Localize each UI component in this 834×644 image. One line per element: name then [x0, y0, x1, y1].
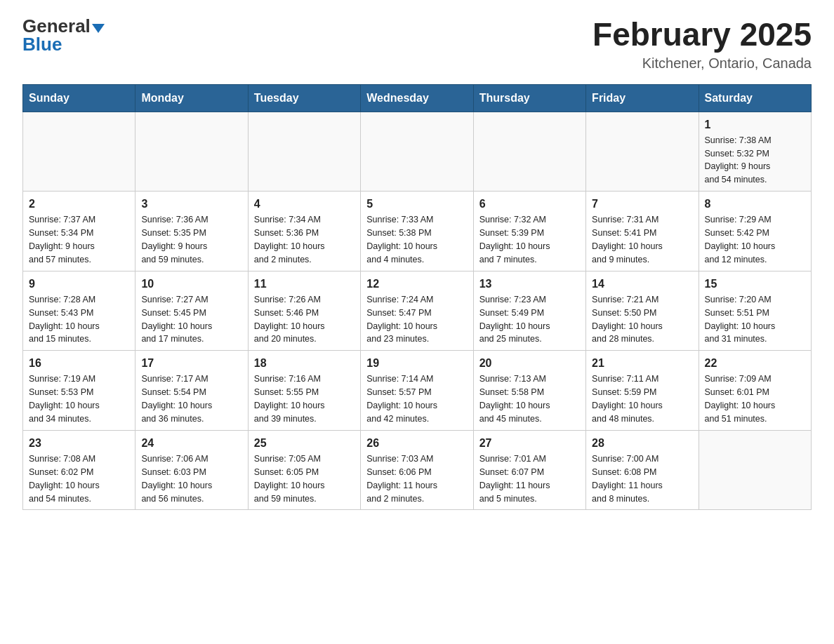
calendar-cell: [361, 112, 473, 192]
day-info: Sunrise: 7:31 AM Sunset: 5:41 PM Dayligh…: [592, 215, 663, 264]
day-info: Sunrise: 7:26 AM Sunset: 5:46 PM Dayligh…: [254, 295, 325, 344]
day-number: 25: [254, 435, 355, 451]
calendar-cell: 4Sunrise: 7:34 AM Sunset: 5:36 PM Daylig…: [248, 192, 360, 271]
calendar-cell: 16Sunrise: 7:19 AM Sunset: 5:53 PM Dayli…: [23, 351, 135, 431]
day-number: 2: [29, 196, 129, 212]
calendar-cell: 2Sunrise: 7:37 AM Sunset: 5:34 PM Daylig…: [23, 192, 135, 271]
day-info: Sunrise: 7:36 AM Sunset: 5:35 PM Dayligh…: [141, 215, 208, 264]
calendar-cell: 20Sunrise: 7:13 AM Sunset: 5:58 PM Dayli…: [473, 351, 585, 431]
calendar-cell: 14Sunrise: 7:21 AM Sunset: 5:50 PM Dayli…: [586, 271, 699, 351]
calendar-week-row: 9Sunrise: 7:28 AM Sunset: 5:43 PM Daylig…: [23, 271, 812, 351]
day-number: 9: [29, 276, 129, 292]
day-number: 28: [592, 435, 692, 451]
day-number: 24: [141, 435, 241, 451]
day-number: 3: [141, 196, 241, 212]
calendar-header-row: SundayMondayTuesdayWednesdayThursdayFrid…: [23, 84, 812, 112]
calendar-cell: 24Sunrise: 7:06 AM Sunset: 6:03 PM Dayli…: [135, 430, 248, 510]
day-info: Sunrise: 7:19 AM Sunset: 5:53 PM Dayligh…: [29, 374, 100, 424]
day-info: Sunrise: 7:13 AM Sunset: 5:58 PM Dayligh…: [479, 374, 550, 424]
day-info: Sunrise: 7:28 AM Sunset: 5:43 PM Dayligh…: [29, 295, 100, 344]
weekday-header-friday: Friday: [586, 84, 699, 112]
calendar-cell: 22Sunrise: 7:09 AM Sunset: 6:01 PM Dayli…: [699, 351, 811, 431]
calendar-cell: 11Sunrise: 7:26 AM Sunset: 5:46 PM Dayli…: [248, 271, 360, 351]
day-info: Sunrise: 7:00 AM Sunset: 6:08 PM Dayligh…: [592, 454, 663, 504]
day-info: Sunrise: 7:21 AM Sunset: 5:50 PM Dayligh…: [592, 295, 663, 344]
weekday-header-wednesday: Wednesday: [361, 84, 473, 112]
logo-blue-text: Blue: [22, 35, 62, 53]
calendar-cell: [586, 112, 699, 192]
day-number: 21: [592, 355, 692, 371]
day-number: 8: [705, 196, 805, 212]
day-info: Sunrise: 7:01 AM Sunset: 6:07 PM Dayligh…: [479, 454, 550, 504]
day-info: Sunrise: 7:09 AM Sunset: 6:01 PM Dayligh…: [705, 374, 776, 424]
day-number: 11: [254, 276, 355, 292]
day-info: Sunrise: 7:38 AM Sunset: 5:32 PM Dayligh…: [705, 135, 772, 185]
calendar-cell: [248, 112, 360, 192]
weekday-header-sunday: Sunday: [23, 84, 135, 112]
day-info: Sunrise: 7:03 AM Sunset: 6:06 PM Dayligh…: [366, 454, 437, 504]
day-info: Sunrise: 7:17 AM Sunset: 5:54 PM Dayligh…: [141, 374, 212, 424]
calendar-cell: [699, 430, 811, 510]
calendar-week-row: 23Sunrise: 7:08 AM Sunset: 6:02 PM Dayli…: [23, 430, 812, 510]
day-info: Sunrise: 7:27 AM Sunset: 5:45 PM Dayligh…: [141, 295, 212, 344]
page-header: General Blue February 2025 Kitchener, On…: [22, 17, 812, 72]
logo: General Blue: [22, 17, 105, 53]
calendar-cell: 13Sunrise: 7:23 AM Sunset: 5:49 PM Dayli…: [473, 271, 585, 351]
day-info: Sunrise: 7:08 AM Sunset: 6:02 PM Dayligh…: [29, 454, 100, 504]
calendar-cell: 8Sunrise: 7:29 AM Sunset: 5:42 PM Daylig…: [699, 192, 811, 271]
calendar-cell: [23, 112, 135, 192]
day-info: Sunrise: 7:16 AM Sunset: 5:55 PM Dayligh…: [254, 374, 325, 424]
weekday-header-tuesday: Tuesday: [248, 84, 360, 112]
day-number: 14: [592, 276, 692, 292]
day-number: 13: [479, 276, 580, 292]
day-info: Sunrise: 7:32 AM Sunset: 5:39 PM Dayligh…: [479, 215, 550, 264]
calendar-table: SundayMondayTuesdayWednesdayThursdayFrid…: [22, 84, 812, 511]
day-number: 23: [29, 435, 129, 451]
calendar-cell: 3Sunrise: 7:36 AM Sunset: 5:35 PM Daylig…: [135, 192, 248, 271]
calendar-week-row: 16Sunrise: 7:19 AM Sunset: 5:53 PM Dayli…: [23, 351, 812, 431]
calendar-cell: 9Sunrise: 7:28 AM Sunset: 5:43 PM Daylig…: [23, 271, 135, 351]
day-number: 22: [705, 355, 805, 371]
day-info: Sunrise: 7:29 AM Sunset: 5:42 PM Dayligh…: [705, 215, 776, 264]
day-number: 17: [141, 355, 241, 371]
calendar-cell: 10Sunrise: 7:27 AM Sunset: 5:45 PM Dayli…: [135, 271, 248, 351]
calendar-cell: 6Sunrise: 7:32 AM Sunset: 5:39 PM Daylig…: [473, 192, 585, 271]
day-number: 26: [366, 435, 467, 451]
calendar-cell: [135, 112, 248, 192]
title-block: February 2025 Kitchener, Ontario, Canada: [593, 17, 812, 72]
day-info: Sunrise: 7:14 AM Sunset: 5:57 PM Dayligh…: [366, 374, 437, 424]
day-number: 16: [29, 355, 129, 371]
day-number: 10: [141, 276, 241, 292]
day-info: Sunrise: 7:34 AM Sunset: 5:36 PM Dayligh…: [254, 215, 325, 264]
calendar-week-row: 2Sunrise: 7:37 AM Sunset: 5:34 PM Daylig…: [23, 192, 812, 271]
weekday-header-monday: Monday: [135, 84, 248, 112]
calendar-subtitle: Kitchener, Ontario, Canada: [593, 55, 812, 72]
day-number: 7: [592, 196, 692, 212]
day-number: 19: [366, 355, 467, 371]
day-number: 12: [366, 276, 467, 292]
day-info: Sunrise: 7:06 AM Sunset: 6:03 PM Dayligh…: [141, 454, 212, 504]
logo-arrow-icon: [92, 24, 105, 33]
day-info: Sunrise: 7:20 AM Sunset: 5:51 PM Dayligh…: [705, 295, 776, 344]
calendar-cell: 23Sunrise: 7:08 AM Sunset: 6:02 PM Dayli…: [23, 430, 135, 510]
calendar-week-row: 1Sunrise: 7:38 AM Sunset: 5:32 PM Daylig…: [23, 112, 812, 192]
day-number: 20: [479, 355, 580, 371]
calendar-cell: 25Sunrise: 7:05 AM Sunset: 6:05 PM Dayli…: [248, 430, 360, 510]
calendar-cell: 5Sunrise: 7:33 AM Sunset: 5:38 PM Daylig…: [361, 192, 473, 271]
calendar-cell: 19Sunrise: 7:14 AM Sunset: 5:57 PM Dayli…: [361, 351, 473, 431]
calendar-cell: 26Sunrise: 7:03 AM Sunset: 6:06 PM Dayli…: [361, 430, 473, 510]
calendar-cell: 12Sunrise: 7:24 AM Sunset: 5:47 PM Dayli…: [361, 271, 473, 351]
day-number: 6: [479, 196, 580, 212]
day-info: Sunrise: 7:37 AM Sunset: 5:34 PM Dayligh…: [29, 215, 95, 264]
day-number: 4: [254, 196, 355, 212]
weekday-header-saturday: Saturday: [699, 84, 811, 112]
weekday-header-thursday: Thursday: [473, 84, 585, 112]
calendar-cell: 28Sunrise: 7:00 AM Sunset: 6:08 PM Dayli…: [586, 430, 699, 510]
day-info: Sunrise: 7:24 AM Sunset: 5:47 PM Dayligh…: [366, 295, 437, 344]
calendar-cell: 7Sunrise: 7:31 AM Sunset: 5:41 PM Daylig…: [586, 192, 699, 271]
calendar-cell: 18Sunrise: 7:16 AM Sunset: 5:55 PM Dayli…: [248, 351, 360, 431]
day-info: Sunrise: 7:33 AM Sunset: 5:38 PM Dayligh…: [366, 215, 437, 264]
calendar-cell: 15Sunrise: 7:20 AM Sunset: 5:51 PM Dayli…: [699, 271, 811, 351]
calendar-title: February 2025: [593, 17, 812, 53]
calendar-cell: 21Sunrise: 7:11 AM Sunset: 5:59 PM Dayli…: [586, 351, 699, 431]
